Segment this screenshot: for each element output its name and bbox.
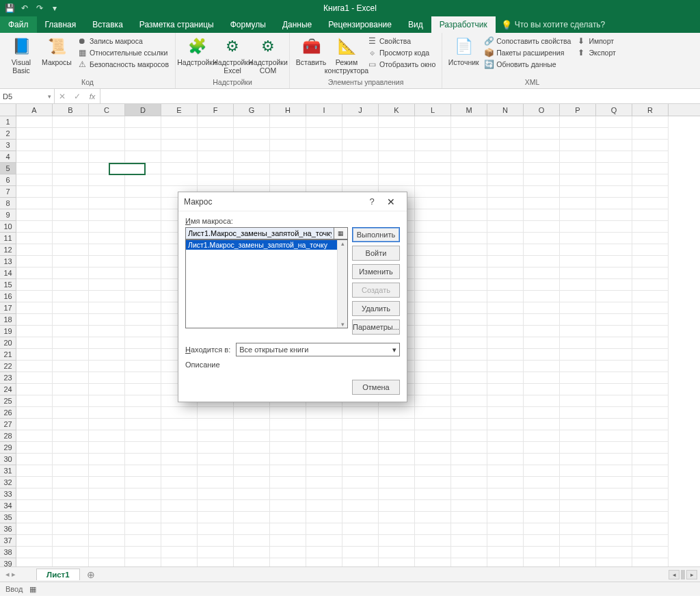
row-header-1[interactable]: 1	[0, 116, 16, 128]
row-header-21[interactable]: 21	[0, 349, 16, 361]
cell[interactable]	[234, 174, 270, 186]
cell[interactable]	[161, 163, 198, 174]
cell[interactable]	[415, 395, 451, 407]
cell[interactable]	[53, 500, 89, 512]
excel-addins-button[interactable]: ⚙Надстройки Excel	[215, 34, 250, 76]
cell[interactable]	[234, 488, 270, 500]
cell[interactable]	[89, 186, 125, 198]
cell[interactable]	[161, 174, 198, 186]
cell[interactable]	[487, 140, 524, 151]
properties-button[interactable]: ☰Свойства	[365, 36, 438, 47]
cell[interactable]	[125, 535, 161, 547]
cell[interactable]	[198, 163, 234, 174]
cell[interactable]	[125, 337, 161, 349]
macro-recording-icon[interactable]: ▦	[29, 585, 36, 594]
cell[interactable]	[89, 535, 125, 547]
cell[interactable]	[415, 337, 451, 349]
cell[interactable]	[451, 500, 487, 512]
cell[interactable]	[487, 244, 524, 256]
cell[interactable]	[560, 268, 596, 279]
cell[interactable]	[16, 221, 53, 233]
cell[interactable]	[487, 116, 524, 128]
cell[interactable]	[596, 209, 632, 221]
cell[interactable]	[524, 221, 560, 233]
cell[interactable]	[306, 547, 342, 558]
row-header-3[interactable]: 3	[0, 140, 16, 151]
tab-review[interactable]: Рецензирование	[320, 16, 400, 33]
cell[interactable]	[53, 116, 89, 128]
cell[interactable]	[451, 454, 487, 465]
cell[interactable]	[487, 512, 524, 523]
cell[interactable]	[198, 477, 234, 488]
cell[interactable]	[161, 500, 198, 512]
qat-more-icon[interactable]: ▾	[49, 3, 60, 14]
cell[interactable]	[16, 337, 53, 349]
cell[interactable]	[596, 314, 632, 326]
cell[interactable]	[415, 209, 451, 221]
cell[interactable]	[451, 233, 487, 244]
cell[interactable]	[632, 384, 669, 395]
cell[interactable]	[161, 488, 198, 500]
cell[interactable]	[560, 244, 596, 256]
cell[interactable]	[632, 547, 669, 558]
cell[interactable]	[16, 256, 53, 268]
cell[interactable]	[560, 302, 596, 314]
cell[interactable]	[161, 547, 198, 558]
cell[interactable]	[125, 442, 161, 454]
cell[interactable]	[270, 174, 306, 186]
export-button[interactable]: ⬆Экспорт	[574, 47, 617, 58]
cell[interactable]	[125, 372, 161, 384]
row-header-15[interactable]: 15	[0, 279, 16, 291]
cell[interactable]	[524, 407, 560, 419]
cell[interactable]	[560, 384, 596, 395]
cell[interactable]	[89, 512, 125, 523]
row-header-20[interactable]: 20	[0, 337, 16, 349]
cell[interactable]	[270, 442, 306, 454]
cell[interactable]	[234, 465, 270, 477]
cell[interactable]	[560, 500, 596, 512]
cell[interactable]	[16, 244, 53, 256]
cell[interactable]	[379, 128, 415, 140]
cell[interactable]	[524, 198, 560, 209]
cell[interactable]	[451, 186, 487, 198]
cell[interactable]	[125, 279, 161, 291]
cell[interactable]	[560, 465, 596, 477]
visual-basic-button[interactable]: 📘 Visual Basic	[4, 34, 38, 76]
cell[interactable]	[632, 268, 669, 279]
cell[interactable]	[125, 547, 161, 558]
cell[interactable]	[487, 337, 524, 349]
cell[interactable]	[379, 488, 415, 500]
cell[interactable]	[379, 477, 415, 488]
cell[interactable]	[234, 140, 270, 151]
cell[interactable]	[596, 256, 632, 268]
cell[interactable]	[306, 512, 342, 523]
cell[interactable]	[306, 151, 342, 163]
cell[interactable]	[632, 279, 669, 291]
cell[interactable]	[415, 349, 451, 361]
cell[interactable]	[53, 512, 89, 523]
cell[interactable]	[342, 488, 379, 500]
cell[interactable]	[560, 558, 596, 566]
cell[interactable]	[53, 488, 89, 500]
cell[interactable]	[342, 116, 379, 128]
row-header-27[interactable]: 27	[0, 419, 16, 430]
cell[interactable]	[487, 500, 524, 512]
tab-file[interactable]: Файл	[0, 16, 37, 33]
cell[interactable]	[560, 209, 596, 221]
cell[interactable]	[524, 442, 560, 454]
macro-security-button[interactable]: ⚠Безопасность макросов	[75, 59, 171, 70]
cell[interactable]	[89, 465, 125, 477]
cell[interactable]	[342, 535, 379, 547]
cell[interactable]	[270, 477, 306, 488]
cell[interactable]	[270, 128, 306, 140]
cell[interactable]	[487, 209, 524, 221]
cell[interactable]	[560, 337, 596, 349]
cell[interactable]	[16, 430, 53, 442]
cell[interactable]	[270, 407, 306, 419]
cell[interactable]	[16, 302, 53, 314]
cell[interactable]	[524, 116, 560, 128]
cell[interactable]	[596, 361, 632, 372]
row-header-25[interactable]: 25	[0, 395, 16, 407]
cell[interactable]	[524, 535, 560, 547]
cell[interactable]	[415, 268, 451, 279]
